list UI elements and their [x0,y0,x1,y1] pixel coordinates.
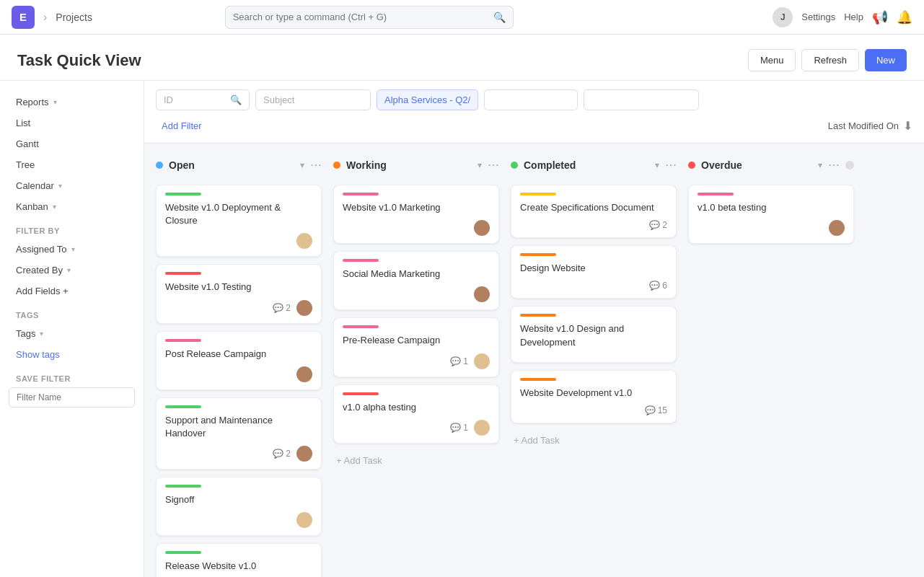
overdue-more-icon[interactable]: ⋯ [828,158,840,172]
created-by-caret-icon: ▾ [67,266,71,274]
sidebar-show-tags[interactable]: Show tags [9,345,135,364]
card-title-testing: Website v1.0 Testing [165,281,312,294]
sidebar-created-by[interactable]: Created By ▾ [9,260,135,280]
card-title-beta: v1.0 beta testing [698,201,845,214]
card-deployment[interactable]: Website v1.0 Deployment & Closure [156,185,322,257]
card-tag-release [165,551,201,554]
open-chevron-icon[interactable]: ▾ [300,160,304,170]
card-tag-signoff [165,485,201,488]
completed-more-icon[interactable]: ⋯ [665,158,677,172]
id-filter[interactable]: ID 🔍 [156,89,250,110]
working-more-icon[interactable]: ⋯ [488,158,499,172]
card-social-media[interactable]: Social Media Marketing [333,251,499,310]
completed-chevron-icon[interactable]: ▾ [655,160,659,170]
card-tag-pre-release [343,325,379,328]
card-alpha-testing[interactable]: v1.0 alpha testing 💬 1 [333,384,499,444]
completed-title: Completed [524,159,649,171]
avatar-testing [296,300,312,316]
filter-extra1[interactable] [484,89,578,110]
card-signoff[interactable]: Signoff [156,477,322,536]
sidebar-item-gantt-label: Gantt [16,138,39,149]
search-bar[interactable]: 🔍 [225,6,514,29]
card-tag-social [343,259,379,262]
card-title-pre-release: Pre-Release Campaign [343,334,490,347]
comment-icon-pre-release: 💬 [450,356,461,366]
card-beta-testing[interactable]: v1.0 beta testing [688,185,854,244]
open-more-icon[interactable]: ⋯ [310,158,322,172]
card-specs-doc[interactable]: Create Specifications Document 💬 2 [511,185,677,238]
sidebar-tags[interactable]: Tags ▾ [9,324,135,343]
add-task-working[interactable]: + Add Task [333,451,499,470]
avatar-alpha [474,420,490,436]
filter-name-input[interactable] [9,387,135,408]
reports-caret-icon: ▾ [53,98,57,106]
menu-button[interactable]: Menu [748,49,796,71]
sidebar-add-fields[interactable]: Add Fields + [9,281,135,301]
avatar-marketing [474,220,490,236]
card-comment-website-dev: 💬 15 [645,405,667,415]
card-website-dev[interactable]: Website Development v1.0 💬 15 [511,370,677,423]
breadcrumb-projects[interactable]: Projects [56,12,92,23]
card-support-handover[interactable]: Support and Maintenance Handover 💬 2 [156,397,322,470]
sidebar-item-gantt[interactable]: Gantt [9,134,135,154]
top-navigation: E › Projects 🔍 J Settings Help 📢 🔔 [0,0,924,35]
sidebar-item-reports[interactable]: Reports ▾ [9,92,135,112]
megaphone-icon[interactable]: 📢 [872,9,888,25]
card-title-website-dev: Website Development v1.0 [520,387,667,400]
assigned-to-label: Assigned To [16,244,67,255]
overdue-chevron-icon[interactable]: ▾ [818,160,822,170]
topnav-right: J Settings Help 📢 🔔 [773,7,912,27]
sidebar: Reports ▾ List Gantt Tree Calendar ▾ Kan… [0,81,144,577]
comment-icon-support: 💬 [273,449,283,459]
breadcrumb-separator: › [43,11,47,24]
settings-link[interactable]: Settings [801,12,835,22]
card-footer-alpha: 💬 1 [343,420,490,436]
open-title: Open [169,159,294,171]
search-input[interactable] [233,12,493,22]
card-title-post-release: Post Release Campaign [165,348,312,361]
header-actions: Menu Refresh New [748,49,907,71]
sidebar-assigned-to[interactable]: Assigned To ▾ [9,239,135,259]
tag-filter[interactable]: Alpha Services - Q2/ [377,89,478,110]
card-design-dev[interactable]: Website v1.0 Design and Development [511,306,677,362]
filter-by-section: Filter By [16,226,135,235]
new-button[interactable]: New [865,49,907,71]
app-logo[interactable]: E [12,6,35,29]
help-link[interactable]: Help [844,12,863,22]
add-task-completed[interactable]: + Add Task [511,431,677,450]
sort-row: Last Modified On ⬇ [828,119,912,133]
last-modified-label: Last Modified On [828,120,899,131]
id-placeholder: ID [164,94,173,105]
sidebar-item-tree[interactable]: Tree [9,155,135,175]
page-title: Task Quick View [17,51,748,70]
avatar-signoff [296,512,312,528]
card-marketing[interactable]: Website v1.0 Marketing [333,185,499,244]
card-post-release[interactable]: Post Release Campaign [156,331,322,390]
card-footer-specs: 💬 2 [520,220,667,230]
content-area: ID 🔍 Subject Alpha Services - Q2/ Add Fi… [144,81,924,577]
card-comment-alpha: 💬 1 [450,423,468,433]
sidebar-item-kanban[interactable]: Kanban ▾ [9,197,135,216]
avatar-pre-release [474,353,490,369]
filter-extra2[interactable] [584,89,699,110]
card-title-specs: Create Specifications Document [520,201,667,214]
sidebar-item-list[interactable]: List [9,113,135,133]
card-release-v1[interactable]: Release Website v1.0 [156,543,322,577]
card-testing[interactable]: Website v1.0 Testing 💬 2 [156,264,322,323]
add-filter-button[interactable]: Add Filter [156,118,208,134]
sidebar-item-calendar[interactable]: Calendar ▾ [9,176,135,195]
subject-filter[interactable]: Subject [255,89,371,110]
sidebar-item-list-label: List [16,118,30,128]
bell-icon[interactable]: 🔔 [897,9,912,25]
sidebar-item-tree-label: Tree [16,159,35,170]
refresh-button[interactable]: Refresh [801,49,859,71]
card-design-website[interactable]: Design Website 💬 6 [511,245,677,299]
sort-direction-icon[interactable]: ⬇ [903,119,912,133]
user-avatar[interactable]: J [773,7,793,27]
working-chevron-icon[interactable]: ▾ [478,160,482,170]
column-overdue: Overdue ▾ ⋯ v1.0 beta testing [688,155,854,577]
comment-icon-design: 💬 [649,281,660,291]
card-pre-release[interactable]: Pre-Release Campaign 💬 1 [333,317,499,376]
column-working-header: Working ▾ ⋯ [333,155,499,177]
page-header: Task Quick View Menu Refresh New [0,35,924,81]
